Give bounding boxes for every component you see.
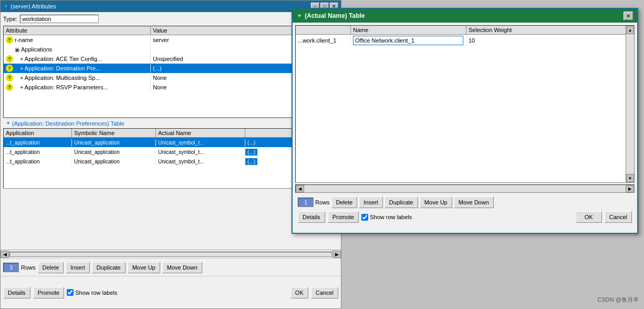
- actual-name-table: Name Selection Weight ...work.client_1 1…: [295, 25, 635, 183]
- dialog-move-up-button[interactable]: Move Up: [420, 197, 452, 208]
- dest-cell: (...): [245, 149, 257, 156]
- info-icon: ?: [6, 65, 13, 72]
- attr-value-cell: server: [151, 36, 171, 44]
- dest-cell: (...): [245, 139, 257, 146]
- table-row[interactable]: ...t_application Unicast_application Uni…: [4, 157, 338, 166]
- attr-name-cell: ? + Application: Multicasting Sp...: [4, 74, 151, 82]
- actual-cell-label: ...work.client_1: [296, 36, 351, 45]
- attr-value-cell: None: [151, 84, 169, 91]
- attribute-table: Attribute Value ? r-name server ▣ Applic…: [3, 26, 338, 118]
- type-row: Type: workstation: [3, 15, 338, 23]
- scrollbar-track[interactable]: [9, 252, 332, 257]
- server-attributes-window: ✦ (server) Attributes − □ ✕ Type: workst…: [0, 0, 341, 309]
- section-title: ✦ (Application: Destination Preferences)…: [3, 118, 338, 128]
- dest-cell: Unicast_application: [72, 149, 156, 156]
- scroll-left-btn[interactable]: ◀: [296, 185, 304, 192]
- actual-col-0-header: [296, 26, 351, 34]
- move-down-button[interactable]: Move Down: [162, 262, 202, 273]
- insert-button[interactable]: Insert: [66, 262, 90, 273]
- actual-name-table-dialog: ✦ (Actual Name) Table ✕ Name Selection W…: [292, 8, 638, 234]
- type-value: workstation: [20, 15, 99, 23]
- show-row-labels-checkbox-label[interactable]: Show row labels: [67, 289, 117, 296]
- server-attributes-title: (server) Attributes: [11, 3, 309, 9]
- dialog-toolbar-1: Rows Delete Insert Duplicate Move Up Mov…: [295, 194, 635, 210]
- section-icon: ✦: [6, 120, 11, 127]
- type-label: Type:: [3, 16, 17, 22]
- delete-button[interactable]: Delete: [38, 262, 64, 273]
- attr-name-cell: ▣ Applications: [4, 46, 151, 53]
- dialog-delete-button[interactable]: Delete: [331, 197, 358, 208]
- dialog-show-row-labels-label[interactable]: Show row labels: [361, 214, 412, 221]
- expand-icon: ▣: [15, 47, 19, 53]
- table-row[interactable]: ...t_application Unicast_application Uni…: [4, 138, 338, 147]
- dialog-toolbar-2: Details Promote Show row labels OK Cance…: [295, 210, 635, 224]
- promote-button[interactable]: Promote: [33, 287, 65, 298]
- info-icon: ?: [6, 84, 13, 91]
- info-icon: ?: [6, 74, 13, 81]
- actual-col-name-header: Name: [351, 26, 466, 34]
- scroll-down-btn[interactable]: ▼: [626, 174, 634, 182]
- dialog-insert-button[interactable]: Insert: [359, 197, 383, 208]
- dialog-cancel-button[interactable]: Cancel: [605, 211, 632, 223]
- table-row[interactable]: ▣ Applications: [4, 45, 338, 54]
- attr-name-cell: ? + Application: Destination Pre...: [4, 64, 151, 73]
- dialog-promote-button[interactable]: Promote: [328, 211, 359, 223]
- dialog-ok-button[interactable]: OK: [576, 211, 602, 223]
- attr-col-value: Value: [151, 26, 169, 35]
- attr-col-attribute: Attribute: [4, 26, 151, 35]
- dialog-rows-label: Rows: [315, 199, 330, 205]
- dest-col-application: Application: [4, 129, 72, 137]
- vertical-scrollbar[interactable]: ▲ ▼: [626, 26, 634, 182]
- table-row[interactable]: ? + Application: Multicasting Sp... None: [4, 73, 338, 83]
- dialog-icon: ✦: [297, 12, 302, 19]
- dialog-close-button[interactable]: ✕: [624, 12, 633, 20]
- dialog-rows-input[interactable]: [298, 198, 314, 207]
- details-button[interactable]: Details: [3, 287, 30, 298]
- show-row-labels-checkbox[interactable]: [67, 289, 74, 296]
- rows-input[interactable]: [3, 263, 19, 272]
- table-row[interactable]: ? + Application: RSVP Parameters... None: [4, 83, 338, 92]
- dest-table-header: Application Symbolic Name Actual Name: [4, 129, 338, 138]
- cancel-button[interactable]: Cancel: [311, 287, 338, 298]
- dialog-move-down-button[interactable]: Move Down: [454, 197, 494, 208]
- table-row[interactable]: ? + Application: Destination Pre... (...…: [4, 64, 338, 73]
- attr-value-cell: Unspecified: [151, 55, 185, 63]
- actual-horizontal-scrollbar[interactable]: ◀ ▶: [295, 184, 635, 193]
- attr-name-cell: ? + Application: RSVP Parameters...: [4, 83, 151, 91]
- horizontal-scrollbar-container: ◀ ▶: [1, 250, 341, 258]
- bg-content: Type: workstation Attribute Value ? r-na…: [1, 12, 341, 191]
- table-row[interactable]: ...t_application Unicast_application Uni…: [4, 147, 338, 157]
- dialog-title: (Actual Name) Table: [305, 12, 621, 19]
- actual-cell-weight: 10: [466, 36, 634, 45]
- table-row[interactable]: ? r-name server: [4, 35, 338, 45]
- duplicate-button[interactable]: Duplicate: [92, 262, 126, 273]
- actual-table-header: Name Selection Weight: [296, 26, 634, 35]
- ok-button[interactable]: OK: [290, 287, 308, 298]
- dialog-duplicate-button[interactable]: Duplicate: [385, 197, 418, 208]
- actual-name-input[interactable]: [353, 36, 463, 45]
- dialog-show-row-labels-checkbox[interactable]: [361, 214, 368, 221]
- move-up-button[interactable]: Move Up: [128, 262, 160, 273]
- table-row[interactable]: ...work.client_1 10: [296, 35, 634, 46]
- dest-cell: Unicast_application: [72, 139, 156, 146]
- server-attributes-icon: ✦: [3, 3, 8, 10]
- dialog-details-button[interactable]: Details: [298, 211, 325, 223]
- dest-cell: ...t_application: [4, 139, 72, 146]
- table-row[interactable]: ? + Application: ACE Tier Config... Unsp…: [4, 54, 338, 64]
- dest-cell: Unicast_symbol_t...: [156, 139, 245, 146]
- dialog-titlebar: ✦ (Actual Name) Table ✕: [293, 9, 637, 23]
- actual-cell-name[interactable]: [351, 35, 466, 46]
- info-icon: ?: [6, 36, 13, 44]
- scroll-left-btn[interactable]: ◀: [1, 251, 9, 258]
- bg-toolbar-1: Rows Delete Insert Duplicate Move Up Mov…: [1, 258, 341, 276]
- scroll-right-btn[interactable]: ▶: [626, 185, 634, 192]
- bg-toolbar-2: Details Promote Show row labels OK Cance…: [1, 276, 341, 308]
- scroll-up-btn[interactable]: ▲: [626, 26, 634, 34]
- dest-cell: Unicast_symbol_t...: [156, 158, 245, 165]
- dest-cell: Unicast_application: [72, 158, 156, 165]
- scroll-right-btn[interactable]: ▶: [333, 251, 341, 258]
- destination-preferences-table: Application Symbolic Name Actual Name ..…: [3, 128, 338, 189]
- dest-col-symbolic: Symbolic Name: [72, 129, 156, 137]
- dest-cell: ...t_application: [4, 158, 72, 165]
- attr-name-cell: ? r-name: [4, 36, 151, 44]
